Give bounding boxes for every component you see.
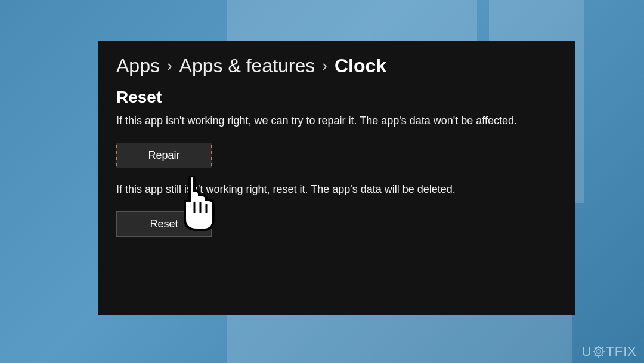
watermark-suffix: TFIX [606, 344, 637, 359]
svg-point-4 [597, 350, 600, 353]
breadcrumb: Apps › Apps & features › Clock [116, 55, 558, 77]
svg-line-12 [602, 347, 603, 349]
reset-description: If this app still isn't working right, r… [116, 182, 546, 197]
svg-line-10 [602, 355, 603, 356]
repair-description: If this app isn't working right, we can … [116, 113, 546, 128]
chevron-right-icon: › [322, 57, 327, 75]
watermark-prefix: U [581, 344, 592, 359]
svg-line-11 [595, 355, 596, 356]
svg-point-3 [595, 347, 603, 356]
svg-line-9 [595, 347, 596, 349]
watermark: U TFIX [581, 344, 637, 359]
breadcrumb-clock: Clock [335, 55, 386, 77]
chevron-right-icon: › [167, 57, 172, 75]
settings-panel: Apps › Apps & features › Clock Reset If … [98, 41, 575, 315]
breadcrumb-apps-features[interactable]: Apps & features [179, 55, 315, 77]
reset-button[interactable]: Reset [116, 211, 212, 237]
repair-button[interactable]: Repair [116, 143, 212, 168]
breadcrumb-apps[interactable]: Apps [116, 55, 160, 77]
gear-icon [593, 346, 605, 358]
section-title: Reset [116, 88, 558, 107]
